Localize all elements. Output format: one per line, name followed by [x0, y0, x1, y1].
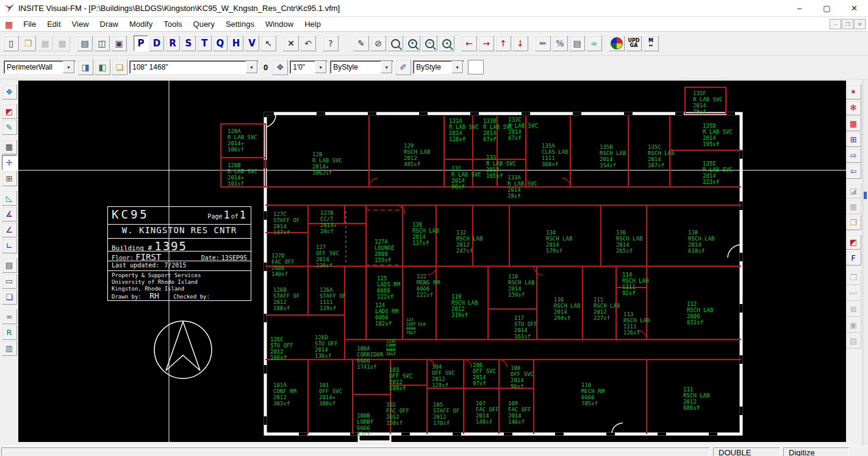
export-list-icon[interactable]: ⇨: [846, 148, 861, 163]
box-icon[interactable]: ▣: [846, 317, 861, 333]
pan-down-icon[interactable]: ↓: [512, 35, 528, 51]
undo-icon[interactable]: ↶: [300, 35, 316, 51]
style-edit-icon[interactable]: ✐: [395, 59, 411, 75]
query-r-button[interactable]: R: [165, 35, 180, 51]
measure-icon[interactable]: M↔: [643, 35, 659, 51]
menu-file[interactable]: File: [18, 18, 41, 30]
menu-edit[interactable]: Edit: [41, 18, 66, 30]
grid-snap-icon[interactable]: ⊞: [2, 171, 17, 186]
color-grid-icon[interactable]: ▦: [846, 116, 861, 131]
chevron-down-icon[interactable]: ▼: [63, 61, 74, 73]
percent-icon[interactable]: %: [552, 35, 568, 51]
zoom-in-icon[interactable]: +: [404, 35, 420, 51]
import-list-icon[interactable]: ⇦: [846, 164, 861, 179]
book-icon[interactable]: ▣: [111, 35, 127, 51]
redraw-icon[interactable]: ✏: [535, 35, 551, 51]
print-preview-icon[interactable]: ◫: [94, 35, 110, 51]
chevron-down-icon[interactable]: ▼: [451, 61, 463, 73]
print-list-icon[interactable]: ▤: [846, 333, 861, 349]
edit-colors-icon[interactable]: ◩: [846, 234, 861, 250]
layer-pick-icon[interactable]: ◨: [77, 59, 93, 75]
delete-icon[interactable]: ✕: [283, 35, 299, 51]
table-list-icon[interactable]: ⊞: [846, 132, 861, 147]
copy-edit-icon[interactable]: ❏: [2, 289, 17, 305]
layer-select[interactable]: PerimeterWall▼: [4, 60, 76, 74]
query-p-button[interactable]: P: [134, 35, 148, 51]
notes-icon[interactable]: ▤: [2, 258, 17, 273]
ruler-icon[interactable]: ◺: [2, 190, 17, 206]
redline-icon[interactable]: R: [2, 325, 17, 340]
query-wand-x-icon[interactable]: ✻: [846, 100, 861, 115]
query-v-button[interactable]: V: [245, 35, 259, 51]
mdi-close-button[interactable]: ✕: [854, 19, 866, 29]
line-style-select[interactable]: ByStyle▼: [330, 60, 393, 74]
drawing-canvas[interactable]: 128AR LAB SVC2014+106sf128BR LAB SVC2014…: [18, 81, 846, 442]
maximize-button[interactable]: ▢: [813, 0, 841, 16]
shape-edit-icon[interactable]: ✎: [2, 120, 17, 135]
layer-set-icon[interactable]: ◧: [95, 59, 110, 75]
query-q-button[interactable]: Q: [213, 35, 228, 51]
pan-up-icon[interactable]: ↑: [495, 35, 511, 51]
menu-tools[interactable]: Tools: [158, 18, 187, 30]
color-swatch[interactable]: [468, 60, 484, 74]
text-size-select[interactable]: 1'0"▼: [290, 60, 328, 74]
pan-right-icon[interactable]: →: [478, 35, 494, 51]
menu-query[interactable]: Query: [188, 18, 220, 30]
no-draw-icon[interactable]: ⊘: [370, 35, 386, 51]
grid-icon[interactable]: ▦: [2, 139, 17, 154]
menu-window[interactable]: Window: [260, 18, 299, 30]
link-icon[interactable]: ∞: [2, 309, 17, 324]
chevron-down-icon[interactable]: ▼: [315, 61, 326, 73]
eraser-icon[interactable]: ◪: [846, 183, 861, 198]
view-3d-icon[interactable]: ❖: [2, 84, 17, 100]
mdi-minimize-button[interactable]: –: [830, 19, 841, 29]
help-icon[interactable]: ?: [323, 35, 339, 51]
menu-modify[interactable]: Modify: [124, 18, 158, 30]
menu-settings[interactable]: Settings: [220, 18, 260, 30]
edit-box-icon[interactable]: EDIT: [846, 286, 861, 301]
query-d-button[interactable]: D: [149, 35, 164, 51]
save-all-icon[interactable]: ▩: [54, 35, 70, 51]
scale-select[interactable]: 108" 1468"▼: [129, 60, 259, 74]
upd-ga-button[interactable]: UPDGA: [626, 35, 642, 51]
keypad-icon[interactable]: ▥: [2, 341, 17, 356]
glasses-icon[interactable]: ∞: [586, 35, 602, 51]
zoom-window-icon[interactable]: [387, 35, 403, 51]
fill-style-select[interactable]: ByStyle▼: [413, 60, 464, 74]
open-list-icon[interactable]: ❒: [846, 215, 861, 230]
print-icon[interactable]: ▤: [77, 35, 93, 51]
angle-icon[interactable]: ∡: [2, 206, 17, 222]
polyline-icon[interactable]: ∟: [2, 238, 17, 253]
menu-help[interactable]: Help: [299, 18, 326, 30]
delete-box-icon[interactable]: ⊠: [846, 302, 861, 317]
query-t-button[interactable]: T: [197, 35, 212, 51]
document-icon[interactable]: ▦: [5, 20, 13, 29]
new-file-icon[interactable]: ▯: [3, 35, 19, 51]
query-s-button[interactable]: S: [181, 35, 196, 51]
menu-view[interactable]: View: [66, 18, 95, 30]
chevron-down-icon[interactable]: ▼: [381, 61, 392, 73]
query-h-button[interactable]: H: [229, 35, 243, 51]
zoom-out-icon[interactable]: −: [421, 35, 437, 51]
rectangle-icon[interactable]: ▭: [2, 273, 17, 289]
layer-new-icon[interactable]: ❏: [112, 59, 127, 75]
mdi-restore-button[interactable]: ❐: [842, 19, 853, 29]
close-button[interactable]: ✕: [841, 0, 868, 16]
right-edge-strip[interactable]: [863, 79, 868, 446]
angle-2-icon[interactable]: ∠: [2, 222, 17, 237]
save-list-icon[interactable]: ▦: [846, 199, 861, 214]
save-icon[interactable]: ▦: [37, 35, 53, 51]
minimize-button[interactable]: –: [786, 0, 813, 16]
pan-left-icon[interactable]: ←: [461, 35, 477, 51]
open-file-icon[interactable]: ❒: [20, 35, 36, 51]
zoom-previous-icon[interactable]: ◂: [439, 35, 454, 51]
font-icon[interactable]: F: [846, 250, 861, 266]
chevron-down-icon[interactable]: ▼: [246, 61, 257, 73]
hatch-icon[interactable]: ❖: [272, 59, 288, 75]
digitize-pen-icon[interactable]: ✎: [353, 35, 369, 51]
report-icon[interactable]: ▤: [569, 35, 585, 51]
query-wand-icon[interactable]: ✶: [846, 84, 861, 100]
snap-crosshair-icon[interactable]: ✛: [2, 155, 17, 170]
color-squares-icon[interactable]: ◩: [2, 104, 17, 119]
color-wheel-icon[interactable]: [609, 35, 625, 51]
